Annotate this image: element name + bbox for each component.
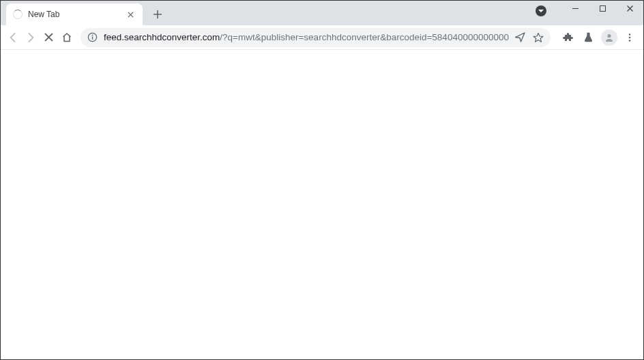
profile-button[interactable] [600,28,619,47]
stop-reload-button[interactable] [40,28,57,47]
tabs-area: New Tab [1,1,167,25]
labs-button[interactable] [579,28,598,47]
loading-spinner-icon [13,10,23,19]
toolbar-right [559,28,639,47]
back-button[interactable] [5,28,21,47]
svg-rect-0 [600,5,605,11]
window-controls [536,0,643,20]
svg-rect-3 [92,37,93,40]
page-content [1,50,643,359]
maximize-button[interactable] [589,0,616,16]
forward-button[interactable] [23,28,39,47]
bookmark-star-icon[interactable] [533,32,544,43]
search-provider-icon[interactable] [536,5,546,16]
new-tab-button[interactable] [148,5,167,24]
home-button[interactable] [59,28,75,47]
address-bar[interactable]: feed.searchhdconverter.com/?q=mwt&publis… [80,28,551,47]
url-path: /?q=mwt&publisher=searchhdconverter&barc… [220,32,509,42]
toolbar: feed.searchhdconverter.com/?q=mwt&publis… [1,25,643,50]
svg-point-2 [92,35,93,36]
omnibox-actions [514,31,544,43]
url-text: feed.searchhdconverter.com/?q=mwt&publis… [104,32,509,42]
close-window-button[interactable] [616,0,643,16]
extensions-button[interactable] [559,28,578,47]
avatar-icon [601,29,617,46]
menu-button[interactable] [620,28,639,47]
site-info-icon[interactable] [87,32,98,43]
url-host: feed.searchhdconverter.com [104,32,220,42]
send-icon[interactable] [514,31,526,43]
titlebar: New Tab [1,1,643,25]
svg-point-6 [629,36,631,38]
browser-tab[interactable]: New Tab [6,3,143,25]
minimize-button[interactable] [561,0,589,16]
svg-point-7 [629,40,631,42]
svg-point-4 [607,33,611,37]
tab-close-button[interactable] [125,9,136,20]
tab-title: New Tab [28,10,125,19]
svg-point-5 [629,33,631,36]
